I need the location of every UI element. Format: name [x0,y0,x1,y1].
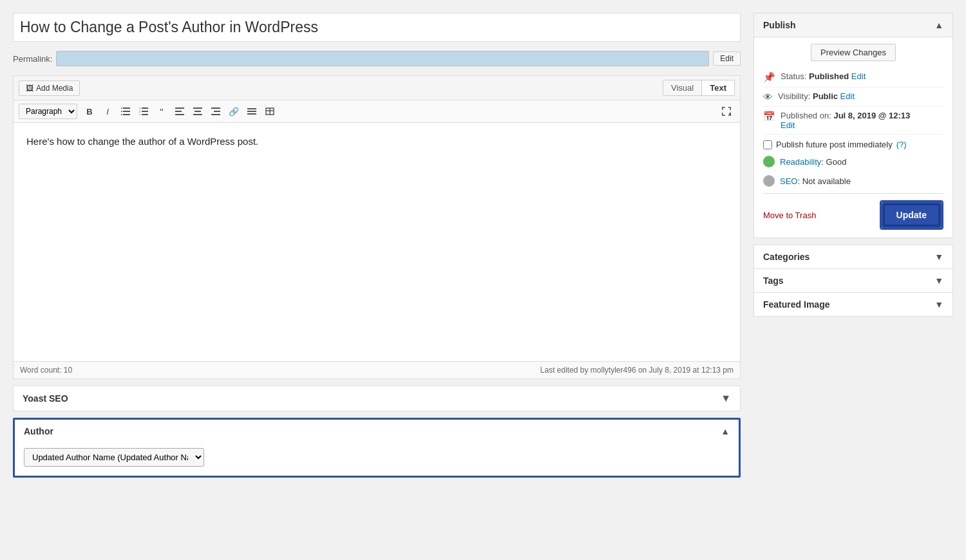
publish-status-row: 📌 Status: Published Edit [763,68,943,88]
svg-rect-7 [142,111,148,112]
add-media-button[interactable]: 🖼 Add Media [19,80,80,96]
bold-button[interactable]: B [81,103,98,120]
tags-title: Tags [763,275,784,286]
publish-actions: Move to Trash Update [763,193,943,231]
status-edit-link[interactable]: Edit [851,71,866,81]
readability-link[interactable]: Readability [780,157,821,167]
add-media-label: Add Media [36,84,73,93]
ordered-list-button[interactable]: 123 [135,103,152,120]
published-value: Jul 8, 2019 @ 12:13 [833,111,910,120]
seo-link[interactable]: SEO [780,176,797,186]
tags-panel-header[interactable]: Tags ▼ [754,269,952,292]
yoast-seo-metabox: Yoast SEO ▼ [13,386,741,411]
svg-rect-1 [123,111,130,112]
svg-rect-23 [247,113,256,115]
publish-panel: Publish ▲ Preview Changes 📌 Status: Publ… [753,13,953,238]
preview-changes-button[interactable]: Preview Changes [811,44,896,61]
status-value: Published [809,71,849,81]
editor-content-area[interactable]: Here's how to change the author of a Wor… [14,123,740,361]
calendar-icon: 📅 [763,111,775,122]
publish-future-help-link[interactable]: (?) [896,140,907,149]
svg-point-4 [121,111,122,112]
editor-footer: Word count: 10 Last edited by mollytyler… [14,361,740,378]
publish-future-checkbox[interactable] [763,140,772,149]
svg-rect-19 [214,111,220,112]
svg-point-3 [121,107,122,109]
svg-rect-21 [247,108,256,109]
author-title: Author [24,426,53,436]
featured-image-panel: Featured Image ▼ [753,293,953,317]
yoast-seo-chevron-down-icon: ▼ [721,393,731,404]
publish-date-content: Published on: Jul 8, 2019 @ 12:13 Edit [781,111,943,130]
author-chevron-up-icon: ▲ [721,426,730,436]
expand-editor-button[interactable] [718,103,735,120]
editor-area: 🖼 Add Media Visual Text Paragraph B I [13,75,741,379]
publish-future-row: Publish future post immediately (?) [763,135,943,152]
update-button[interactable]: Update [883,203,940,227]
permalink-url-display [56,51,709,66]
yoast-seo-header[interactable]: Yoast SEO ▼ [14,386,740,411]
table-button[interactable] [261,103,278,120]
author-metabox: Author ▲ Updated Author Name (Updated Au… [13,418,741,478]
post-title-wrap [13,13,741,42]
readability-value: Good [826,157,847,167]
main-content: Permalink: Edit 🖼 Add Media Visual Text [13,13,741,547]
readability-row: Readability: Good [763,152,943,171]
editor-toolbar: Paragraph B I 123 " [14,100,740,123]
post-title-input[interactable] [20,19,734,36]
published-edit-link[interactable]: Edit [781,120,795,130]
publish-visibility-content: Visibility: Public Edit [778,91,943,101]
paragraph-select[interactable]: Paragraph [19,104,77,119]
featured-image-panel-header[interactable]: Featured Image ▼ [754,293,952,316]
svg-rect-22 [247,111,256,112]
move-to-trash-link[interactable]: Move to Trash [763,210,816,220]
categories-panel: Categories ▼ [753,245,953,269]
svg-point-5 [121,114,122,115]
publish-panel-title: Publish [763,20,796,30]
seo-content: SEO: Not available [780,176,851,186]
svg-rect-20 [211,114,220,115]
visibility-edit-link[interactable]: Edit [840,91,855,101]
publish-panel-chevron-up-icon: ▲ [934,20,943,30]
seo-status-icon [763,175,775,187]
readability-content: Readability: Good [780,157,846,167]
svg-rect-14 [175,114,184,115]
align-center-button[interactable] [189,103,206,120]
permalink-edit-button[interactable]: Edit [713,51,741,66]
word-count-display: Word count: 10 [20,366,72,375]
svg-rect-18 [211,107,220,109]
more-button[interactable] [243,103,260,120]
link-button[interactable]: 🔗 [225,103,242,120]
visibility-label: Visibility: [778,91,810,101]
author-metabox-header[interactable]: Author ▲ [15,420,739,443]
readability-status-icon [763,156,775,167]
publish-panel-header[interactable]: Publish ▲ [754,14,952,37]
unordered-list-button[interactable] [117,103,134,120]
author-select[interactable]: Updated Author Name (Updated Author Name… [24,448,204,467]
publish-future-label: Publish future post immediately [776,140,893,149]
align-left-button[interactable] [171,103,188,120]
publish-date-row: 📅 Published on: Jul 8, 2019 @ 12:13 Edit [763,107,943,135]
svg-text:3: 3 [139,113,141,115]
word-count-value: 10 [64,366,72,375]
editor-top-left: 🖼 Add Media [19,80,80,96]
blockquote-button[interactable]: " [153,103,170,120]
permalink-label: Permalink: [13,54,52,64]
svg-rect-8 [142,114,148,115]
tab-text[interactable]: Text [701,80,735,96]
svg-rect-2 [123,114,130,115]
svg-rect-16 [194,111,201,112]
italic-button[interactable]: I [99,103,116,120]
tags-chevron-down-icon: ▼ [934,275,943,286]
seo-row: SEO: Not available [763,171,943,193]
svg-rect-13 [175,111,182,112]
tab-visual[interactable]: Visual [663,80,701,96]
editor-top-bar: 🖼 Add Media Visual Text [14,76,740,100]
svg-rect-6 [142,107,148,109]
tags-panel: Tags ▼ [753,269,953,293]
categories-title: Categories [763,252,810,262]
align-right-button[interactable] [207,103,224,120]
seo-value: Not available [802,176,851,186]
featured-image-title: Featured Image [763,299,829,310]
categories-panel-header[interactable]: Categories ▼ [754,245,952,268]
